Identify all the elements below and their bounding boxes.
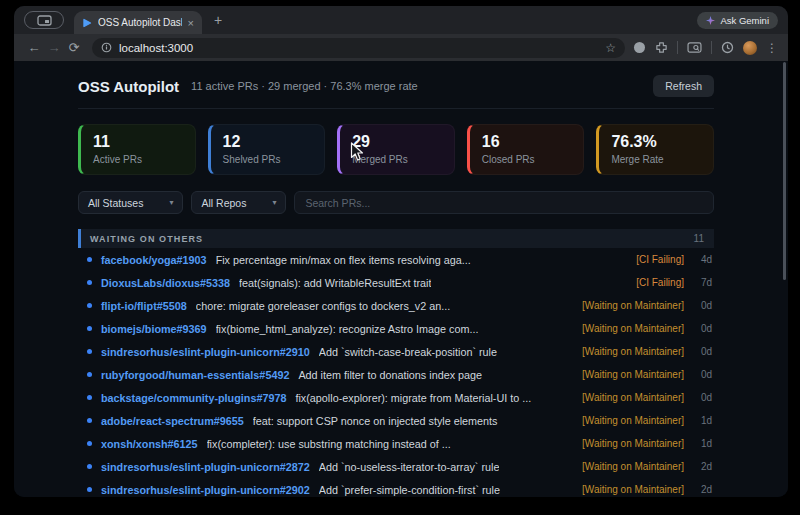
refresh-button[interactable]: Refresh [653,75,714,97]
pr-title: fix(completer): use substring matching i… [207,438,451,450]
pr-row[interactable]: adobe/react-spectrum#9655 feat: support … [78,409,714,432]
mouse-cursor [350,142,364,162]
filter-bar: All Statuses ▾ All Repos ▾ [78,191,714,214]
pr-dot-icon [87,441,92,446]
stat-value: 11 [93,133,183,151]
browser-toolbar: ← → ⟳ localhost:3000 ☆ [14,34,788,61]
new-tab-button[interactable]: + [214,12,222,28]
forward-icon[interactable]: → [44,40,64,55]
stat-card: 12 Shelved PRs [208,124,326,175]
pr-dot-icon [87,303,92,308]
pr-repo-link[interactable]: biomejs/biome#9369 [101,323,207,335]
pr-repo-link[interactable]: xonsh/xonsh#6125 [101,438,198,450]
pr-row[interactable]: rubyforgood/human-essentials#5492 Add it… [78,363,714,386]
stats-row: 11 Active PRs 12 Shelved PRs 29 Merged P… [78,124,714,175]
pr-row[interactable]: facebook/yoga#1903 Fix percentage min/ma… [78,248,714,271]
pr-repo-link[interactable]: sindresorhus/eslint-plugin-unicorn#2872 [101,461,310,473]
stat-label: Active PRs [93,154,183,165]
site-info-icon [101,42,112,53]
url-text: localhost:3000 [119,42,193,54]
stat-label: Merged PRs [352,154,442,165]
pr-dot-icon [87,418,92,423]
page-subtitle: 11 active PRs · 29 merged · 76.3% merge … [191,80,418,92]
pr-repo-link[interactable]: sindresorhus/eslint-plugin-unicorn#2910 [101,346,310,358]
back-icon[interactable]: ← [24,40,44,55]
chevron-down-icon: ▾ [169,198,173,207]
pr-repo-link[interactable]: flipt-io/flipt#5508 [101,300,187,312]
pr-title: fix(biome_html_analyze): recognize Astro… [216,323,479,335]
pr-row[interactable]: sindresorhus/eslint-plugin-unicorn#2902 … [78,478,714,497]
tab-favicon [82,18,92,28]
menu-icon[interactable]: ⋮ [766,41,778,55]
browser-tab[interactable]: OSS Autopilot Dashboard × [74,11,202,34]
pr-title: Add item filter to donations index page [298,369,482,381]
pr-age: 7d [692,277,712,288]
stat-label: Shelved PRs [223,154,313,165]
address-bar[interactable]: localhost:3000 ☆ [92,38,625,58]
pr-row[interactable]: sindresorhus/eslint-plugin-unicorn#2872 … [78,455,714,478]
pr-status-badge: [Waiting on Maintainer] [582,323,684,334]
pr-dot-icon [87,395,92,400]
pr-row[interactable]: xonsh/xonsh#6125 fix(completer): use sub… [78,432,714,455]
pr-status-badge: [Waiting on Maintainer] [582,392,684,403]
tab-overview-icon [37,15,52,26]
section-waiting-header[interactable]: WAITING ON OTHERS 11 [78,229,714,248]
profile-avatar[interactable] [743,41,757,55]
stat-value: 16 [482,133,572,151]
pr-age: 1d [692,415,712,426]
tab-close-icon[interactable]: × [188,17,194,29]
pr-age: 0d [692,346,712,357]
history-clock-icon[interactable] [721,41,734,54]
pr-status-badge: [Waiting on Maintainer] [582,415,684,426]
profile-circle-icon[interactable] [633,41,646,54]
stat-value: 29 [352,133,442,151]
pr-row[interactable]: biomejs/biome#9369 fix(biome_html_analyz… [78,317,714,340]
pr-status-badge: [Waiting on Maintainer] [582,346,684,357]
pr-age: 0d [692,392,712,403]
extensions-icon[interactable] [655,41,668,54]
pr-dot-icon [87,487,92,492]
pr-repo-link[interactable]: facebook/yoga#1903 [101,254,207,266]
section-waiting-count: 11 [694,233,704,244]
pr-age: 0d [692,323,712,334]
pr-status-badge: [Waiting on Maintainer] [582,438,684,449]
pr-age: 0d [692,369,712,380]
repo-filter-value: All Repos [201,197,246,209]
page-header: OSS Autopilot 11 active PRs · 29 merged … [78,75,714,97]
pr-title: Add `no-useless-iterator-to-array` rule [319,461,500,473]
stat-card: 11 Active PRs [78,124,196,175]
pr-repo-link[interactable]: DioxusLabs/dioxus#5338 [101,277,230,289]
pr-age: 0d [692,300,712,311]
pr-dot-icon [87,464,92,469]
tab-overview-button[interactable] [24,11,64,29]
pr-repo-link[interactable]: rubyforgood/human-essentials#5492 [101,369,289,381]
pr-repo-link[interactable]: backstage/community-plugins#7978 [101,392,286,404]
bookmark-star-icon[interactable]: ☆ [605,41,616,55]
status-filter-select[interactable]: All Statuses ▾ [78,191,183,214]
pr-row[interactable]: DioxusLabs/dioxus#5338 feat(signals): ad… [78,271,714,294]
pr-title: feat(signals): add WritableResultExt tra… [239,277,431,289]
ask-gemini-button[interactable]: Ask Gemini [697,12,778,29]
chevron-down-icon: ▾ [272,198,276,207]
pr-repo-link[interactable]: adobe/react-spectrum#9655 [101,415,244,427]
pr-row[interactable]: backstage/community-plugins#7978 fix(apo… [78,386,714,409]
pr-title: Add `switch-case-break-position` rule [319,346,497,358]
repo-filter-select[interactable]: All Repos ▾ [191,191,286,214]
tab-title: OSS Autopilot Dashboard [98,17,182,28]
page-scrollbar[interactable] [783,62,786,280]
ask-gemini-label: Ask Gemini [720,15,769,26]
reload-icon[interactable]: ⟳ [64,40,84,55]
tab-search-icon[interactable] [687,42,702,54]
pr-status-badge: [Waiting on Maintainer] [582,484,684,495]
pr-row[interactable]: sindresorhus/eslint-plugin-unicorn#2910 … [78,340,714,363]
pr-title: Add `prefer-simple-condition-first` rule [319,484,500,496]
status-filter-value: All Statuses [88,197,143,209]
pr-repo-link[interactable]: sindresorhus/eslint-plugin-unicorn#2902 [101,484,310,496]
pr-title: Fix percentage min/max on flex items res… [216,254,471,266]
pr-status-badge: [Waiting on Maintainer] [582,300,684,311]
stat-label: Merge Rate [611,154,701,165]
header-divider [78,108,714,109]
search-input[interactable] [294,191,714,214]
pr-status-badge: [CI Failing] [636,277,684,288]
pr-row[interactable]: flipt-io/flipt#5508 chore: migrate gorel… [78,294,714,317]
